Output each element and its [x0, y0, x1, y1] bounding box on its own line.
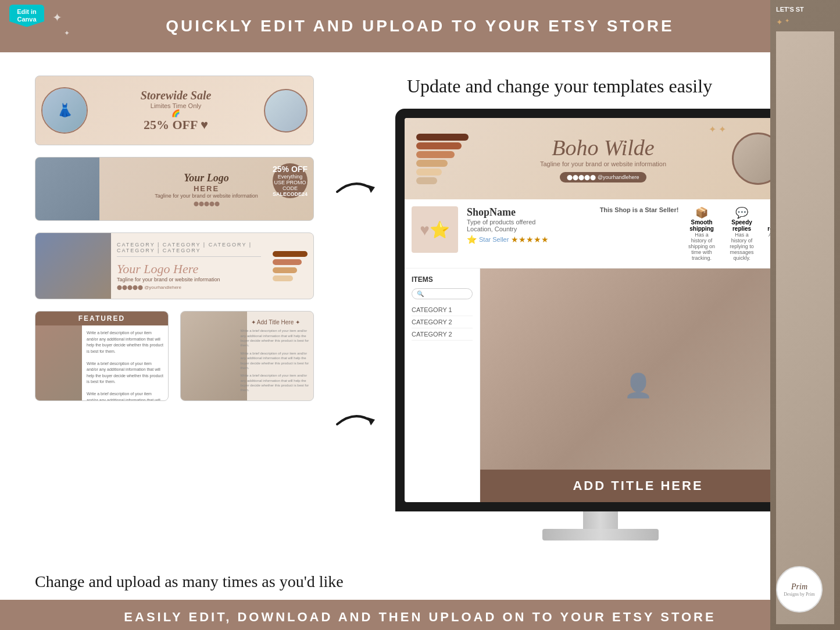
top-banner-title: QUICKLY EDIT AND UPLOAD TO YOUR ETSY STO…: [166, 17, 674, 35]
store-socials: ⬤⬤⬤⬤⬤ @yourhandlehere: [560, 172, 646, 182]
search-icon: 🔍: [417, 291, 424, 297]
nav-cat-1[interactable]: CATEGORY 1: [412, 304, 473, 316]
card-featured: FEATURED Write a brief description of yo…: [35, 311, 169, 401]
featured-body: Write a brief description of your item a…: [35, 325, 168, 401]
watermark-name: Prim: [791, 582, 807, 592]
card1-discount: 25% OFF ♥: [94, 117, 258, 133]
template-card-2: Your Logo HERE Tagline for your brand or…: [35, 157, 314, 221]
rainbow-3: [416, 151, 455, 158]
shop-details: ShopName Type of products offered Locati…: [467, 206, 569, 244]
add-title-description-2: Write a brief description of your item a…: [241, 351, 310, 371]
rainbow-4: [416, 160, 448, 167]
shop-avatar: ♥⭐: [412, 206, 458, 253]
sparkle-icon-left: ✦: [52, 10, 62, 24]
star-seller-icon: ⭐: [467, 235, 477, 244]
add-title-text-area: ✦ Add Title Here ✦ Write a brief descrip…: [241, 317, 310, 395]
stars-display: ★★★★★: [511, 235, 549, 244]
this-shop-label: This Shop is a Star Seller!: [577, 206, 679, 213]
bottom-text: Change and upload as many times as you'd…: [0, 564, 840, 600]
rainbow-5: [416, 169, 442, 176]
add-title-photo: [181, 312, 247, 400]
replies-icon: 💬: [728, 206, 756, 219]
template-card-1: 👗 Storewide Sale Limites Time Only 🌈 25%…: [35, 76, 314, 145]
side-photo: [776, 118, 796, 502]
card3-text: CATEGORY | CATEGORY | CATEGORY | CATEGOR…: [111, 236, 267, 296]
add-title-sparkle: ✦ Add Title Here ✦: [251, 319, 300, 325]
store-tagline: Tagline for your brand or website inform…: [480, 160, 726, 167]
watermark-sub: Designs by Prim: [784, 592, 814, 597]
card2-socials: ⬤⬤⬤⬤⬤: [104, 201, 309, 206]
logo-watermark: Prim Designs by Prim: [776, 566, 823, 613]
product-overlay: ADD TITLE HERE: [480, 470, 796, 502]
card3-tagline: Tagline for your brand or website inform…: [117, 277, 261, 282]
product-main-bg: 👤: [480, 269, 796, 502]
featured-text-1: Write a brief description of your item a…: [87, 330, 163, 355]
shipping-icon: 📦: [687, 206, 716, 219]
featured-photo: [35, 325, 82, 401]
shop-body: ITEMS 🔍 CATEGORY 1 CATEGORY 2 CATEGORY 2…: [405, 269, 796, 502]
featured-text-2: Write a brief description of your item a…: [87, 361, 163, 385]
card2-photo: [35, 158, 99, 220]
svg-marker-1: [367, 417, 375, 425]
sidebar-nav: ITEMS 🔍 CATEGORY 1 CATEGORY 2 CATEGORY 2: [405, 269, 480, 502]
bottom-banner: EASILY EDIT, DOWNLOAD AND THEN UPLOAD ON…: [0, 600, 840, 630]
sparkles-decor: ✦ ✦: [709, 124, 726, 135]
nav-cat-3[interactable]: CATEGORY 2: [412, 328, 473, 341]
store-name: Boho Wilde: [480, 135, 726, 160]
shop-location: Location, Country: [467, 225, 569, 232]
stat-1: 📦 Smooth shipping Has a history of shipp…: [687, 206, 716, 261]
card3-rainbow: [267, 245, 313, 287]
shop-heart-icon: ♥⭐: [420, 220, 450, 239]
stat-2: 💬 Speedy replies Has a history of replyi…: [728, 206, 756, 261]
star-seller-badge: ⭐ Star Seller ★★★★★: [467, 235, 569, 244]
svg-marker-0: [367, 185, 375, 193]
nav-cat-2[interactable]: CATEGORY 2: [412, 316, 473, 328]
product-area: 👤 ADD TITLE HERE: [480, 269, 796, 502]
top-banner: Edit in Canva ✦ ✦ QUICKLY EDIT AND UPLOA…: [0, 0, 840, 52]
featured-text-3: Write a brief description of your item a…: [87, 391, 163, 401]
left-panel: 👗 Storewide Sale Limites Time Only 🌈 25%…: [35, 76, 314, 540]
bottom-banner-title: EASILY EDIT, DOWNLOAD AND THEN UPLOAD ON…: [124, 610, 716, 625]
store-banner: Boho Wilde Tagline for your brand or web…: [405, 118, 796, 199]
right-panel: Update and change your templates easily: [395, 76, 805, 540]
star-seller-text: Star Seller: [479, 236, 509, 243]
featured-text: Write a brief description of your item a…: [82, 325, 168, 401]
card1-title: Storewide Sale: [94, 89, 258, 102]
shop-type: Type of products offered: [467, 219, 569, 225]
add-title-label: Add Title Here: [257, 319, 294, 325]
card3-photo: [35, 233, 111, 299]
product-side: LET'S ST ✦ ✦: [770, 118, 796, 502]
monitor: Boho Wilde Tagline for your brand or web…: [395, 109, 805, 511]
card1-circle-right: [264, 89, 308, 133]
monitor-neck: [583, 511, 618, 529]
card3-socials: ⬤⬤⬤⬤⬤ @yourhandlehere: [117, 285, 261, 290]
card1-text: Storewide Sale Limites Time Only 🌈 25% O…: [94, 89, 258, 133]
arrow-top: [331, 174, 378, 209]
sparkle-icon-left2: ✦: [64, 29, 70, 37]
store-title-area: Boho Wilde Tagline for your brand or web…: [480, 135, 726, 182]
stat1-desc: Has a history of shipping on time with t…: [687, 232, 716, 261]
shop-info: ♥⭐ ShopName Type of products offered Loc…: [405, 199, 796, 269]
stat1-title: Smooth shipping: [687, 219, 716, 232]
arrows-container: [337, 76, 372, 540]
monitor-base: [542, 529, 659, 540]
featured-header: FEATURED: [35, 312, 168, 325]
arrow-bottom: [331, 407, 378, 442]
bottom-cards-row: FEATURED Write a brief description of yo…: [35, 311, 314, 401]
card1-circle-left: 👗: [41, 87, 88, 134]
card-add-title: ✦ Add Title Here ✦ Write a brief descrip…: [180, 311, 314, 401]
nav-search[interactable]: 🔍: [412, 288, 473, 299]
card3-logo-title: Your Logo Here: [117, 262, 261, 277]
store-rainbow: [416, 134, 469, 184]
add-title-description-3: Write a brief description of your item a…: [241, 373, 310, 393]
shop-name: ShopName: [467, 206, 569, 219]
main-content: 👗 Storewide Sale Limites Time Only 🌈 25%…: [0, 52, 840, 564]
monitor-stand: [395, 511, 805, 540]
card1-subtitle: Limites Time Only: [94, 102, 258, 109]
card2-badge: 25% OFF Everything USE PROMO CODE SALECO…: [273, 163, 308, 198]
template-card-3: CATEGORY | CATEGORY | CATEGORY | CATEGOR…: [35, 232, 314, 299]
stat2-title: Speedy replies: [728, 219, 756, 232]
rainbow-6: [416, 177, 437, 184]
product-photo: 👤: [480, 269, 796, 502]
right-header: Update and change your templates easily: [407, 76, 805, 97]
